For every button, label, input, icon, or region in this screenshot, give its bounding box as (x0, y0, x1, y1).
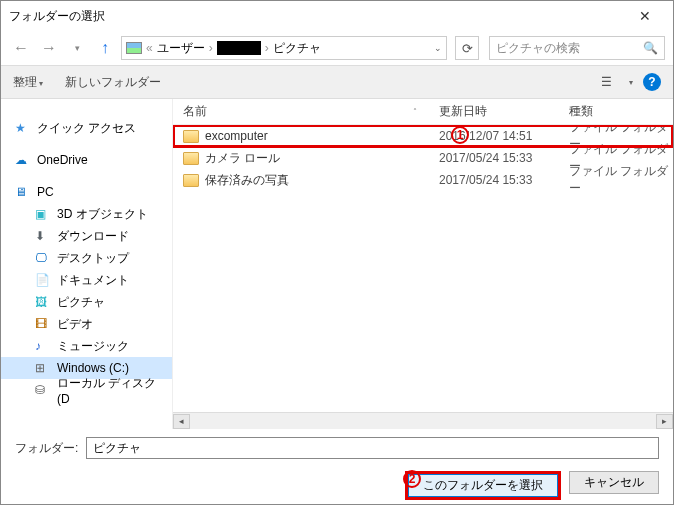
tree-node-label: OneDrive (37, 153, 88, 167)
horizontal-scrollbar[interactable]: ◂ ▸ (173, 412, 673, 429)
tree-node[interactable]: ⛁ローカル ディスク (D (1, 379, 172, 401)
disk-icon: ⛁ (35, 383, 51, 397)
file-name: カメラ ロール (205, 150, 280, 167)
tree-node[interactable]: ▣3D オブジェクト (1, 203, 172, 225)
new-folder-button[interactable]: 新しいフォルダー (65, 74, 161, 91)
tree-node[interactable]: 📄ドキュメント (1, 269, 172, 291)
desktop-icon: 🖵 (35, 251, 51, 265)
main-area: ★クイック アクセス☁OneDrive🖥PC▣3D オブジェクト⬇ダウンロード🖵… (1, 99, 673, 429)
tree-node-label: PC (37, 185, 54, 199)
folder-icon (183, 152, 199, 165)
folder-icon (183, 130, 199, 143)
address-bar[interactable]: « ユーザー › › ピクチャ ⌄ (121, 36, 447, 60)
file-name: excomputer (205, 129, 268, 143)
back-button[interactable]: ← (9, 36, 33, 60)
window-title: フォルダーの選択 (9, 8, 625, 25)
tree-node-label: ドキュメント (57, 272, 129, 289)
tree-node-label: デスクトップ (57, 250, 129, 267)
star-icon: ★ (15, 121, 31, 135)
help-icon[interactable]: ? (643, 73, 661, 91)
tree-node[interactable]: 🎞ビデオ (1, 313, 172, 335)
tree-node-label: クイック アクセス (37, 120, 136, 137)
folder-name-row: フォルダー: (1, 429, 673, 467)
tree-node-label: ピクチャ (57, 294, 105, 311)
tree-node[interactable]: ☁OneDrive (1, 149, 172, 171)
breadcrumb-sep: › (265, 41, 269, 55)
folder-icon (183, 174, 199, 187)
tree-node[interactable]: 🖼ピクチャ (1, 291, 172, 313)
close-icon[interactable]: ✕ (625, 8, 665, 24)
tree-node-label: ミュージック (57, 338, 129, 355)
tree-node[interactable]: 🖵デスクトップ (1, 247, 172, 269)
chevron-down-icon[interactable]: ▾ (629, 78, 633, 87)
tree-node[interactable]: ♪ミュージック (1, 335, 172, 357)
recent-dropdown-icon[interactable]: ▾ (65, 36, 89, 60)
download-icon: ⬇ (35, 229, 51, 243)
vid-icon: 🎞 (35, 317, 51, 331)
search-placeholder: ピクチャの検索 (496, 40, 580, 57)
file-date: 2016/12/07 14:51 (429, 129, 559, 143)
view-options-button[interactable] (601, 75, 619, 89)
refresh-button[interactable]: ⟳ (455, 36, 479, 60)
obj3d-icon: ▣ (35, 207, 51, 221)
search-input[interactable]: ピクチャの検索 🔍 (489, 36, 665, 60)
breadcrumb-part[interactable]: ピクチャ (273, 40, 321, 57)
tree-node-label: ビデオ (57, 316, 93, 333)
location-icon (126, 42, 142, 54)
breadcrumb-sep: « (146, 41, 153, 55)
win-icon: ⊞ (35, 361, 51, 375)
sort-asc-icon: ˄ (413, 107, 417, 116)
search-icon[interactable]: 🔍 (643, 41, 658, 55)
scroll-right-button[interactable]: ▸ (656, 414, 673, 429)
file-list[interactable]: 1 excomputer2016/12/07 14:51ファイル フォルダーカメ… (173, 125, 673, 412)
column-header-date[interactable]: 更新日時 (429, 103, 559, 120)
select-button-highlight: このフォルダーを選択 (405, 471, 561, 500)
tree-node[interactable]: ⬇ダウンロード (1, 225, 172, 247)
tree-node[interactable]: ★クイック アクセス (1, 117, 172, 139)
folder-name-input[interactable] (86, 437, 659, 459)
music-icon: ♪ (35, 339, 51, 353)
breadcrumb-redacted (217, 41, 261, 55)
file-type: ファイル フォルダー (559, 163, 673, 197)
toolbar: 整理 新しいフォルダー ▾ ? (1, 65, 673, 99)
tree-node[interactable]: 🖥PC (1, 181, 172, 203)
tree-node-label: ローカル ディスク (D (57, 375, 172, 406)
file-date: 2017/05/24 15:33 (429, 173, 559, 187)
cloud-icon: ☁ (15, 153, 31, 167)
column-header-row: 名前 ˄ 更新日時 種類 (173, 99, 673, 125)
breadcrumb-part[interactable]: ユーザー (157, 40, 205, 57)
tree-node-label: Windows (C:) (57, 361, 129, 375)
breadcrumb-sep: › (209, 41, 213, 55)
pic-icon: 🖼 (35, 295, 51, 309)
column-header-type[interactable]: 種類 (559, 103, 673, 120)
nav-tree[interactable]: ★クイック アクセス☁OneDrive🖥PC▣3D オブジェクト⬇ダウンロード🖵… (1, 99, 173, 429)
tree-node-label: ダウンロード (57, 228, 129, 245)
up-button[interactable]: ↑ (93, 36, 117, 60)
navbar: ← → ▾ ↑ « ユーザー › › ピクチャ ⌄ ⟳ ピクチャの検索 🔍 (1, 31, 673, 65)
cancel-button[interactable]: キャンセル (569, 471, 659, 494)
chevron-down-icon[interactable]: ⌄ (434, 43, 442, 53)
titlebar: フォルダーの選択 ✕ (1, 1, 673, 31)
select-folder-button[interactable]: このフォルダーを選択 (408, 474, 558, 497)
tree-node-label: 3D オブジェクト (57, 206, 148, 223)
pc-icon: 🖥 (15, 185, 31, 199)
column-header-name[interactable]: 名前 ˄ (173, 103, 429, 120)
file-name: 保存済みの写真 (205, 172, 289, 189)
folder-label: フォルダー: (15, 440, 78, 457)
scroll-left-button[interactable]: ◂ (173, 414, 190, 429)
table-row[interactable]: 保存済みの写真2017/05/24 15:33ファイル フォルダー (173, 169, 673, 191)
file-date: 2017/05/24 15:33 (429, 151, 559, 165)
forward-button: → (37, 36, 61, 60)
organize-menu[interactable]: 整理 (13, 74, 43, 91)
doc-icon: 📄 (35, 273, 51, 287)
dialog-buttons: 2 このフォルダーを選択 キャンセル (1, 467, 673, 505)
list-pane: 名前 ˄ 更新日時 種類 1 excomputer2016/12/07 14:5… (173, 99, 673, 429)
